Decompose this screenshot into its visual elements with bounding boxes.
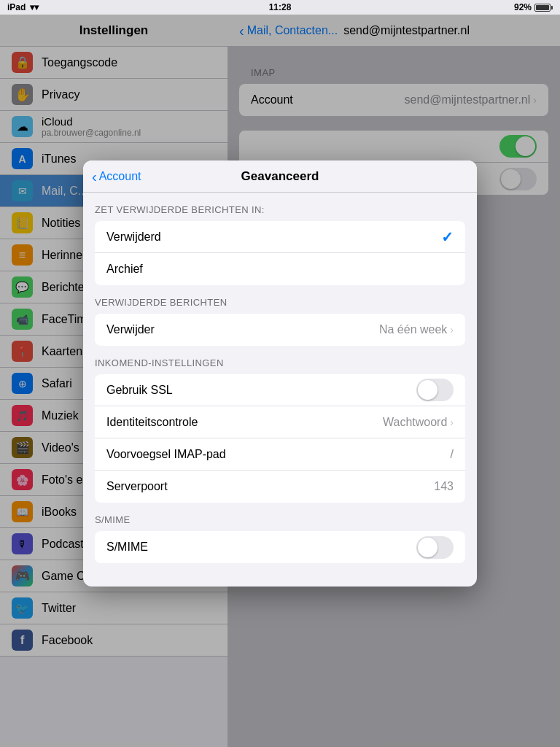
wifi-icon: ▾▾ [30,2,39,12]
section-smime-label: S/MIME [83,514,477,525]
section-inkomend-label: INKOMEND-INSTELLINGEN [83,357,477,368]
smime-label: S/MIME [106,541,416,554]
modal-content: ZET VERWIJDERDE BERICHTEN IN: Verwijderd… [83,193,477,587]
serverpoort-row[interactable]: Serverpoort 143 [95,471,465,503]
gebruik-ssl-row[interactable]: Gebruik SSL [95,374,465,406]
gebruik-ssl-toggle-knob [418,380,438,400]
voorvoegsel-row[interactable]: Voorvoegsel IMAP-pad / [95,438,465,471]
verwijder-label: Verwijder [106,323,379,336]
verwijderd-label: Verwijderd [106,231,441,244]
smime-toggle-knob [418,538,438,557]
identiteitscontrole-chevron: › [450,417,454,428]
gebruik-ssl-label: Gebruik SSL [106,384,416,397]
modal: ‹ Account Geavanceerd ZET VERWIJDERDE BE… [83,160,477,587]
modal-header: ‹ Account Geavanceerd [83,160,477,193]
smime-table: S/MIME [95,531,465,563]
modal-overlay: ‹ Account Geavanceerd ZET VERWIJDERDE BE… [0,0,560,747]
archief-row[interactable]: Archief [95,253,465,285]
verwijder-chevron: › [450,324,454,336]
modal-back-button[interactable]: ‹ Account [92,169,141,184]
status-time: 11:28 [269,2,292,12]
modal-back-label: Account [99,170,141,183]
inkomend-table: Gebruik SSL Identiteitscontrole Wachtwoo… [95,374,465,503]
smime-row[interactable]: S/MIME [95,531,465,563]
identiteitscontrole-label: Identiteitscontrole [106,416,383,429]
archief-label: Archief [106,263,454,276]
identiteitscontrole-row[interactable]: Identiteitscontrole Wachtwoord › [95,406,465,438]
identiteitscontrole-value: Wachtwoord [383,416,447,429]
modal-back-chevron-icon: ‹ [92,169,97,184]
serverpoort-value: 143 [434,480,454,493]
verwijder-table: Verwijder Na één week › [95,314,465,346]
device-label: iPad [7,2,26,12]
modal-title: Geavanceerd [241,169,319,184]
section-delete-label: VERWIJDERDE BERICHTEN [83,297,477,308]
battery-percent: 92% [514,2,532,12]
verwijderd-row[interactable]: Verwijderd ✓ [95,221,465,253]
smime-toggle[interactable] [416,536,454,559]
battery-icon [534,4,553,12]
verwijder-value: Na één week [379,323,447,336]
verwijderd-check: ✓ [441,228,454,246]
slash-divider: / [451,448,454,461]
serverpoort-label: Serverpoort [106,480,434,493]
status-right: 92% [514,2,553,12]
status-bar: iPad ▾▾ 11:28 92% [0,0,560,15]
section-verwijderde-label: ZET VERWIJDERDE BERICHTEN IN: [83,204,477,215]
status-left: iPad ▾▾ [7,2,39,12]
gebruik-ssl-toggle[interactable] [416,379,454,401]
voorvoegsel-label: Voorvoegsel IMAP-pad [106,448,448,461]
verwijder-row[interactable]: Verwijder Na één week › [95,314,465,346]
verwijderde-table: Verwijderd ✓ Archief [95,221,465,285]
